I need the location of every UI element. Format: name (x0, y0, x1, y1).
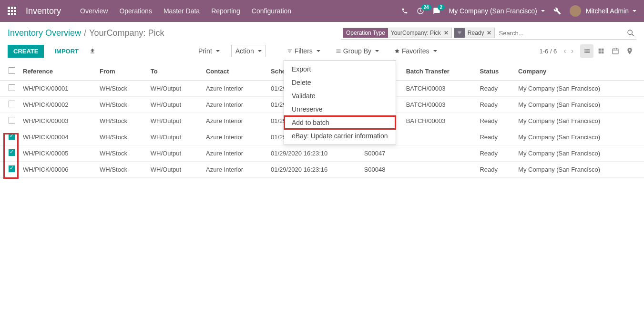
column-company[interactable]: Company (514, 62, 644, 81)
cell-source: S00048 (360, 162, 402, 178)
cell-to: WH/Output (147, 113, 202, 129)
kanban-view-icon[interactable] (594, 44, 608, 58)
cell-contact: Azure Interior (202, 145, 267, 162)
filters-dropdown[interactable]: Filters (283, 45, 324, 57)
menu-master-data[interactable]: Master Data (164, 7, 200, 15)
chevron-down-icon (258, 50, 262, 52)
column-to[interactable]: To (147, 62, 202, 81)
row-checkbox[interactable] (9, 84, 15, 91)
app-title[interactable]: Inventory (26, 6, 61, 16)
row-checkbox[interactable] (9, 165, 15, 172)
cell-from: WH/Stock (96, 162, 147, 178)
cell-company: My Company (San Francisco) (514, 113, 644, 129)
cell-contact: Azure Interior (202, 81, 267, 97)
avatar (570, 5, 581, 17)
row-checkbox[interactable] (9, 149, 15, 156)
pager-next-icon[interactable]: › (571, 47, 573, 55)
search-icon[interactable] (627, 29, 634, 37)
action-menu-item[interactable]: Validate (284, 89, 396, 103)
facet-value: YourCompany: Pick ✕ (388, 28, 451, 38)
facet-remove-icon[interactable]: ✕ (444, 30, 449, 36)
debug-icon[interactable] (553, 7, 561, 15)
cell-status: Ready (476, 129, 514, 145)
column-reference[interactable]: Reference (19, 62, 96, 81)
chevron-down-icon (317, 50, 320, 52)
actions-bar: CREATE IMPORT Print Action Filters Group… (0, 41, 644, 62)
search-input[interactable] (497, 29, 625, 38)
breadcrumb-separator: / (84, 28, 86, 38)
favorites-dropdown[interactable]: Favorites (390, 45, 441, 57)
breadcrumb-link[interactable]: Inventory Overview (8, 28, 81, 38)
user-name: Mitchell Admin (586, 7, 629, 15)
cell-reference: WH/PICK/00004 (19, 129, 96, 145)
column-batch[interactable]: Batch Transfer (402, 62, 476, 81)
column-status[interactable]: Status (476, 62, 514, 81)
action-menu-item[interactable]: Export (284, 62, 396, 76)
cell-batch (402, 145, 476, 162)
cell-company: My Company (San Francisco) (514, 145, 644, 162)
pager-text[interactable]: 1-6 / 6 (539, 48, 557, 55)
list-view-icon[interactable] (580, 44, 593, 58)
cell-to: WH/Output (147, 162, 202, 178)
facet-remove-icon[interactable]: ✕ (487, 30, 491, 36)
import-button[interactable]: IMPORT (49, 45, 84, 58)
chevron-down-icon (216, 50, 220, 52)
column-contact[interactable]: Contact (202, 62, 267, 81)
cell-status: Ready (476, 162, 514, 178)
column-from[interactable]: From (96, 62, 147, 81)
table-row[interactable]: WH/PICK/00005 WH/Stock WH/Output Azure I… (0, 145, 644, 162)
print-dropdown[interactable]: Print (194, 45, 224, 57)
groupby-dropdown[interactable]: Group By (332, 45, 383, 57)
row-checkbox[interactable] (9, 117, 15, 123)
user-menu[interactable]: Mitchell Admin (570, 5, 636, 17)
cell-company: My Company (San Francisco) (514, 162, 644, 178)
control-bar: Inventory Overview / YourCompany: Pick O… (0, 22, 644, 41)
cell-batch (402, 162, 476, 178)
view-switcher (580, 44, 636, 58)
action-menu-item[interactable]: Unreserve (284, 103, 396, 116)
row-checkbox[interactable] (9, 133, 15, 140)
table-row[interactable]: WH/PICK/00006 WH/Stock WH/Output Azure I… (0, 162, 644, 178)
map-view-icon[interactable] (623, 44, 636, 58)
svg-rect-3 (613, 49, 618, 54)
cell-contact: Azure Interior (202, 129, 267, 145)
action-menu-item[interactable]: Delete (284, 76, 396, 89)
cell-company: My Company (San Francisco) (514, 81, 644, 97)
company-selector[interactable]: My Company (San Francisco) (449, 7, 545, 15)
message-badge: 2 (438, 4, 445, 10)
cell-contact: Azure Interior (202, 113, 267, 129)
cell-to: WH/Output (147, 145, 202, 162)
select-all-checkbox[interactable] (9, 67, 15, 74)
chevron-down-icon (375, 50, 379, 52)
filter-icon (454, 28, 465, 38)
breadcrumb: Inventory Overview / YourCompany: Pick (8, 28, 164, 38)
menu-reporting[interactable]: Reporting (211, 7, 240, 15)
action-menu-item[interactable]: eBay: Update carrier information (284, 129, 396, 143)
row-checkbox[interactable] (9, 101, 15, 107)
cell-reference: WH/PICK/00005 (19, 145, 96, 162)
cell-from: WH/Stock (96, 113, 147, 129)
menu-overview[interactable]: Overview (80, 7, 108, 15)
pager-area: 1-6 / 6 ‹ › (539, 44, 636, 58)
topbar: Inventory Overview Operations Master Dat… (0, 0, 644, 22)
cell-status: Ready (476, 81, 514, 97)
chevron-down-icon (541, 10, 545, 12)
apps-icon[interactable] (8, 7, 16, 15)
messages-icon[interactable]: 2 (433, 7, 440, 15)
phone-icon[interactable] (401, 8, 408, 14)
cell-batch (402, 129, 476, 145)
cell-source: S00047 (360, 145, 402, 162)
action-dropdown[interactable]: Action (231, 45, 266, 57)
action-menu-item[interactable]: Add to batch (284, 116, 396, 129)
activities-icon[interactable]: 24 (417, 7, 424, 15)
cell-reference: WH/PICK/00002 (19, 97, 96, 113)
facet-value: Ready ✕ (465, 28, 495, 38)
menu-operations[interactable]: Operations (119, 7, 152, 15)
search-area: Operation Type YourCompany: Pick ✕ Ready… (341, 27, 636, 40)
create-button[interactable]: CREATE (8, 45, 44, 58)
calendar-view-icon[interactable] (609, 44, 622, 58)
pager-prev-icon[interactable]: ‹ (563, 47, 566, 55)
menu-configuration[interactable]: Configuration (252, 7, 291, 15)
upload-icon[interactable] (89, 48, 96, 54)
cell-to: WH/Output (147, 81, 202, 97)
